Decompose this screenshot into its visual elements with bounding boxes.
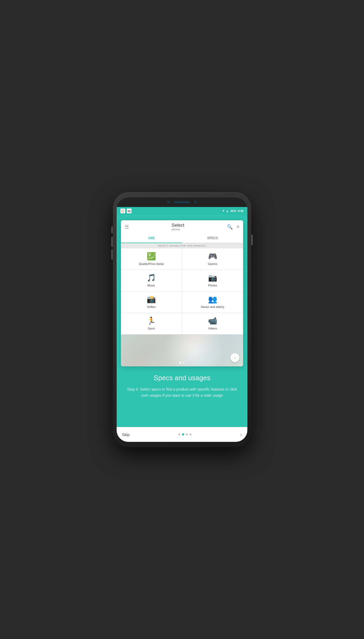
senior-label: Senior and elderly [201, 305, 225, 308]
usage-grid: 💹 Quality/Price (beta) 🎮 Games 🎵 Music 📷… [121, 248, 243, 335]
games-label: Games [208, 262, 217, 265]
status-bar: 📋 🤖 ▾ ▲ 45% 8:40 [117, 207, 247, 215]
screen-content: ☰ Select phone 🔍 ≡ USE SPECS SEL [117, 215, 247, 398]
status-left-icons: 📋 🤖 [120, 209, 132, 213]
app-title: Select [172, 223, 184, 228]
videos-label: Videos [208, 327, 217, 330]
menu-icon[interactable]: ☰ [125, 224, 129, 230]
selfies-icon: 📸 [147, 296, 156, 303]
phone-device: 📋 🤖 ▾ ▲ 45% 8:40 ☰ Select phone [113, 192, 251, 447]
carousel-next-button[interactable]: › [230, 353, 239, 362]
volume-up-button [111, 237, 113, 247]
quality-price-icon: 💹 [147, 253, 156, 260]
notification-icon-2: 🤖 [127, 209, 132, 213]
notification-icon-1: 📋 [120, 209, 125, 213]
front-camera [167, 201, 170, 204]
usage-cell-music[interactable]: 🎵 Music [121, 270, 182, 291]
power-button [251, 235, 253, 245]
status-right-info: ▾ ▲ 45% 8:40 [223, 209, 244, 213]
carousel-dots [121, 362, 243, 364]
battery-level: 45% [230, 209, 236, 213]
bottom-navigation: Skip › [117, 427, 247, 442]
clock: 8:40 [238, 209, 244, 213]
photos-label: Photos [208, 284, 217, 287]
music-label: Music [147, 284, 155, 287]
signal-icon: ▲ [226, 209, 229, 213]
sport-label: Sport [148, 327, 155, 330]
quality-price-label: Quality/Price (beta) [139, 262, 164, 265]
header-icons: 🔍 ≡ [227, 224, 239, 230]
page-dot-3 [186, 433, 188, 435]
speaker [174, 201, 190, 203]
app-card: ☰ Select phone 🔍 ≡ USE SPECS SEL [121, 220, 243, 367]
phone-top-hardware [117, 197, 247, 207]
filter-icon[interactable]: ≡ [236, 224, 239, 230]
usage-cell-games[interactable]: 🎮 Games [182, 248, 243, 270]
volume-down-button [111, 249, 113, 260]
usage-cell-photos[interactable]: 📷 Photos [182, 270, 243, 291]
usages-header: SELECT USAGES FOR THIS PRODUCT [121, 243, 243, 248]
videos-icon: 📹 [208, 317, 217, 325]
next-button[interactable]: › [240, 431, 242, 438]
app-subtitle: phone [172, 228, 184, 231]
mute-button [111, 227, 113, 233]
phone-screen: 📋 🤖 ▾ ▲ 45% 8:40 ☰ Select phone [117, 197, 247, 442]
page-dot-4 [189, 433, 192, 435]
usage-cell-videos[interactable]: 📹 Videos [182, 313, 243, 335]
music-icon: 🎵 [147, 274, 156, 282]
carousel-dot-1 [179, 362, 181, 364]
page-dot-1 [178, 433, 180, 435]
onboarding-heading: Specs and usages [154, 374, 210, 382]
sport-icon: 🏃 [147, 317, 156, 325]
page-dot-2 [182, 433, 184, 435]
usage-cell-selfies[interactable]: 📸 Selfies [121, 291, 182, 313]
photos-icon: 📷 [208, 274, 217, 282]
skip-button[interactable]: Skip [122, 432, 130, 437]
selfies-label: Selfies [147, 305, 156, 308]
tab-use[interactable]: USE [121, 234, 182, 243]
games-icon: 🎮 [208, 253, 217, 260]
carousel-dot-2 [183, 362, 185, 364]
wifi-icon: ▾ [223, 209, 224, 213]
tab-specs[interactable]: SPECS [182, 234, 243, 243]
app-title-block: Select phone [172, 223, 184, 231]
search-icon[interactable]: 🔍 [227, 224, 233, 230]
usage-cell-quality-price[interactable]: 💹 Quality/Price (beta) [121, 248, 182, 270]
sensor [194, 201, 197, 204]
usage-cell-senior[interactable]: 👥 Senior and elderly [182, 291, 243, 313]
senior-icon: 👥 [208, 296, 217, 303]
tabs: USE SPECS [121, 234, 243, 243]
app-header: ☰ Select phone 🔍 ≡ [121, 220, 243, 234]
usage-cell-sport[interactable]: 🏃 Sport [121, 313, 182, 335]
blurred-preview-area: › [121, 335, 243, 366]
onboarding-description: Step 2: Select specs to find a product w… [121, 386, 243, 398]
page-indicators [178, 433, 192, 435]
